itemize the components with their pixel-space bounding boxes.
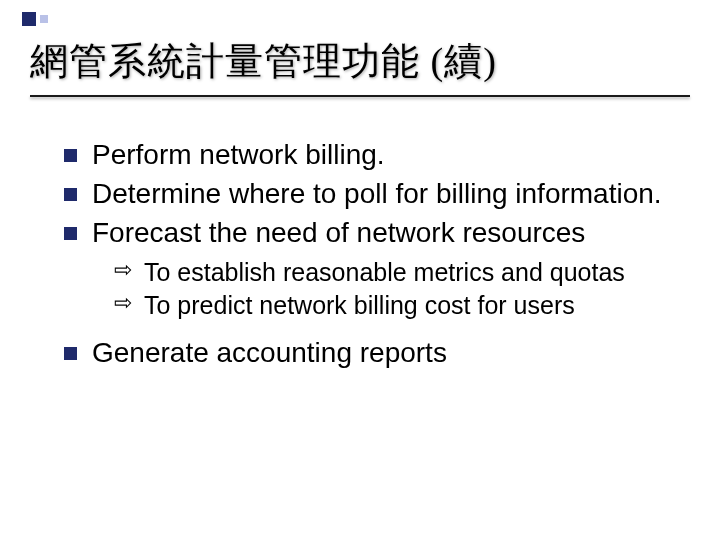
bullet-item: Perform network billing. [64,137,680,172]
bullet-item: Forecast the need of network resources T… [64,215,680,321]
bullet-list: Perform network billing. Determine where… [64,137,680,370]
sub-bullet-text: To establish reasonable metrics and quot… [144,258,625,286]
sub-bullet-item: To establish reasonable metrics and quot… [114,256,680,289]
sub-bullet-item: To predict network billing cost for user… [114,289,680,322]
bullet-item: Determine where to poll for billing info… [64,176,680,211]
slide-corner-decoration [22,12,48,26]
bullet-text: Determine where to poll for billing info… [92,178,662,209]
sub-bullet-list: To establish reasonable metrics and quot… [114,256,680,321]
slide-title: 網管系統計量管理功能 (續) [30,36,690,87]
decoration-square-small [40,15,48,23]
decoration-square-large [22,12,36,26]
bullet-text: Perform network billing. [92,139,385,170]
title-area: 網管系統計量管理功能 (續) [0,0,720,107]
bullet-text: Generate accounting reports [92,337,447,368]
bullet-item: Generate accounting reports [64,335,680,370]
bullet-text: Forecast the need of network resources [92,217,585,248]
sub-bullet-text: To predict network billing cost for user… [144,291,575,319]
slide-body: Perform network billing. Determine where… [0,107,720,370]
title-underline [30,95,690,97]
